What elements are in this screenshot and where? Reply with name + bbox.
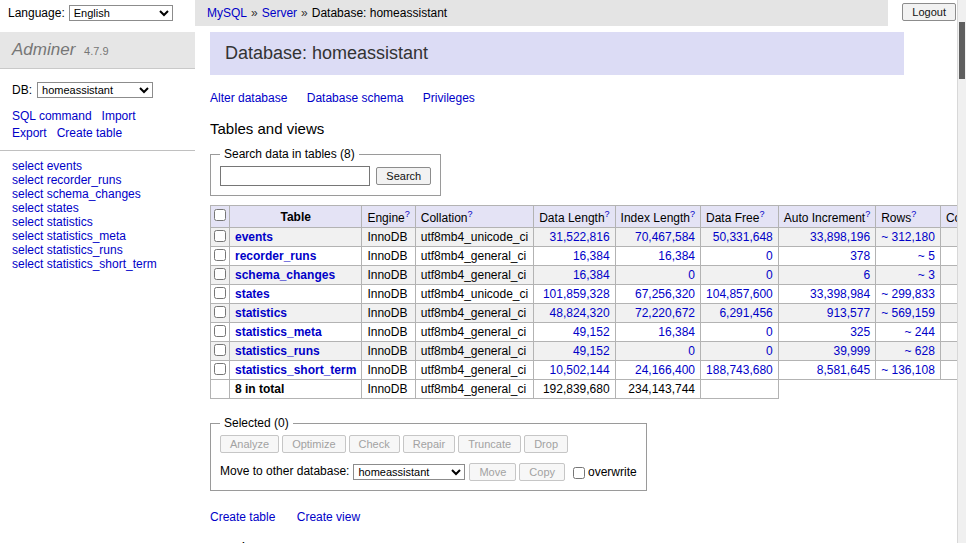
selected-action-button[interactable]: Drop: [524, 435, 568, 453]
data-length-link[interactable]: 31,522,816: [550, 230, 610, 244]
create-table-link[interactable]: Create table: [210, 510, 275, 524]
rows-link[interactable]: ~ 569,159: [881, 306, 935, 320]
data-length-link[interactable]: 16,384: [573, 268, 610, 282]
logout-button[interactable]: Logout: [902, 3, 956, 21]
sidebar-table-link[interactable]: select statistics_short_term: [12, 257, 157, 271]
create-table-sidebar-link[interactable]: Create table: [57, 126, 122, 140]
row-checkbox[interactable]: [214, 306, 226, 318]
index-length-help-link[interactable]: ?: [690, 209, 695, 219]
sidebar-table-link[interactable]: select states: [12, 201, 79, 215]
row-checkbox[interactable]: [214, 268, 226, 280]
sidebar-table-link[interactable]: select statistics_runs: [12, 243, 123, 257]
row-checkbox[interactable]: [214, 325, 226, 337]
create-view-link[interactable]: Create view: [297, 510, 360, 524]
overwrite-checkbox[interactable]: [573, 467, 585, 479]
move-db-select[interactable]: homeassistant: [353, 464, 465, 480]
language-select[interactable]: English: [69, 5, 173, 21]
copy-button[interactable]: Copy: [519, 463, 565, 481]
row-checkbox[interactable]: [214, 287, 226, 299]
data-length-link[interactable]: 10,502,144: [550, 363, 610, 377]
search-input[interactable]: [220, 166, 370, 186]
data-free-link[interactable]: 6,291,456: [719, 306, 772, 320]
data-length-help-link[interactable]: ?: [605, 209, 610, 219]
scrollbar[interactable]: [957, 0, 966, 543]
selected-action-button[interactable]: Repair: [403, 435, 455, 453]
auto-increment-help-link[interactable]: ?: [865, 209, 870, 219]
row-checkbox[interactable]: [214, 363, 226, 375]
database-schema-link[interactable]: Database schema: [307, 91, 404, 105]
index-length-link[interactable]: 24,166,400: [635, 363, 695, 377]
auto-increment-link[interactable]: 6: [863, 268, 870, 282]
select-all-checkbox[interactable]: [214, 209, 226, 221]
rows-link[interactable]: ~ 244: [905, 325, 935, 339]
import-link[interactable]: Import: [102, 109, 136, 123]
data-length-link[interactable]: 49,152: [573, 344, 610, 358]
search-button[interactable]: Search: [376, 167, 431, 185]
auto-increment-link[interactable]: 378: [850, 249, 870, 263]
alter-database-link[interactable]: Alter database: [210, 91, 287, 105]
table-name-link[interactable]: events: [235, 230, 273, 244]
export-link[interactable]: Export: [12, 126, 47, 140]
data-free-help-link[interactable]: ?: [759, 209, 764, 219]
table-name-link[interactable]: statistics_meta: [235, 325, 322, 339]
sidebar-table-link[interactable]: select statistics_meta: [12, 229, 126, 243]
data-free-link[interactable]: 0: [766, 268, 773, 282]
selected-action-button[interactable]: Analyze: [220, 435, 279, 453]
rows-link[interactable]: ~ 299,833: [881, 287, 935, 301]
index-length-link[interactable]: 72,220,672: [635, 306, 695, 320]
selected-action-button[interactable]: Optimize: [282, 435, 345, 453]
row-checkbox[interactable]: [214, 230, 226, 242]
row-checkbox[interactable]: [214, 249, 226, 261]
data-length-link[interactable]: 49,152: [573, 325, 610, 339]
sidebar-table-link[interactable]: select statistics: [12, 215, 93, 229]
table-name-link[interactable]: statistics_short_term: [235, 363, 356, 377]
row-checkbox[interactable]: [214, 344, 226, 356]
auto-increment-link[interactable]: 33,898,196: [810, 230, 870, 244]
table-name-link[interactable]: states: [235, 287, 270, 301]
scrollbar-thumb[interactable]: [959, 22, 965, 79]
privileges-link[interactable]: Privileges: [423, 91, 475, 105]
data-length-link[interactable]: 48,824,320: [550, 306, 610, 320]
db-select[interactable]: homeassistant: [37, 82, 153, 98]
rows-link[interactable]: ~ 5: [918, 249, 935, 263]
selected-action-button[interactable]: Truncate: [458, 435, 521, 453]
data-free-link[interactable]: 0: [766, 344, 773, 358]
index-length-link[interactable]: 67,256,320: [635, 287, 695, 301]
collation-help-link[interactable]: ?: [467, 209, 472, 219]
auto-increment-link[interactable]: 325: [850, 325, 870, 339]
table-name-link[interactable]: statistics: [235, 306, 287, 320]
index-length-link[interactable]: 0: [688, 344, 695, 358]
rows-link[interactable]: ~ 312,180: [881, 230, 935, 244]
index-length-link[interactable]: 16,384: [658, 249, 695, 263]
rows-link[interactable]: ~ 628: [905, 344, 935, 358]
data-free-link[interactable]: 104,857,600: [706, 287, 773, 301]
table-name-link[interactable]: statistics_runs: [235, 344, 320, 358]
auto-increment-link[interactable]: 8,581,645: [817, 363, 870, 377]
engine-help-link[interactable]: ?: [405, 209, 410, 219]
data-free-link[interactable]: 0: [766, 249, 773, 263]
adminer-logo-link[interactable]: Adminer: [12, 40, 75, 59]
breadcrumb-mysql-link[interactable]: MySQL: [207, 6, 247, 20]
data-free-link[interactable]: 50,331,648: [713, 230, 773, 244]
sidebar-table-link[interactable]: select events: [12, 159, 82, 173]
index-length-link[interactable]: 16,384: [658, 325, 695, 339]
table-name-link[interactable]: recorder_runs: [235, 249, 316, 263]
auto-increment-link[interactable]: 33,398,984: [810, 287, 870, 301]
data-free-link[interactable]: 188,743,680: [706, 363, 773, 377]
table-name-link[interactable]: schema_changes: [235, 268, 335, 282]
breadcrumb-server-link[interactable]: Server: [262, 6, 297, 20]
selected-action-button[interactable]: Check: [349, 435, 400, 453]
auto-increment-link[interactable]: 39,999: [833, 344, 870, 358]
index-length-link[interactable]: 70,467,584: [635, 230, 695, 244]
data-free-link[interactable]: 0: [766, 325, 773, 339]
data-length-link[interactable]: 101,859,328: [543, 287, 610, 301]
index-length-link[interactable]: 0: [688, 268, 695, 282]
rows-help-link[interactable]: ?: [911, 209, 916, 219]
rows-link[interactable]: ~ 136,108: [881, 363, 935, 377]
rows-link[interactable]: ~ 3: [918, 268, 935, 282]
sidebar-table-link[interactable]: select recorder_runs: [12, 173, 121, 187]
sidebar-table-link[interactable]: select schema_changes: [12, 187, 141, 201]
auto-increment-link[interactable]: 913,577: [827, 306, 870, 320]
move-button[interactable]: Move: [469, 463, 516, 481]
data-length-link[interactable]: 16,384: [573, 249, 610, 263]
